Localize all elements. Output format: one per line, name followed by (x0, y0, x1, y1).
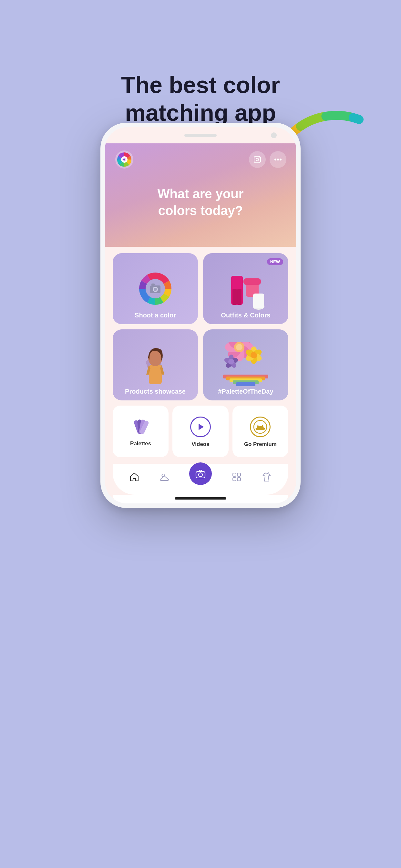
home-bar (175, 497, 226, 500)
premium-label: Go Premium (244, 441, 277, 447)
nav-grid[interactable] (231, 471, 242, 483)
page-tagline: The best color matching app (121, 71, 280, 127)
svg-point-6 (258, 157, 259, 158)
play-button-icon (190, 416, 211, 437)
svg-rect-66 (237, 473, 241, 476)
svg-rect-65 (233, 473, 236, 476)
bottom-cards-row: Palettes Videos (113, 406, 288, 457)
svg-point-60 (259, 426, 261, 428)
svg-point-7 (274, 159, 276, 160)
app-logo (115, 150, 134, 169)
color-wheel-camera-icon (136, 269, 175, 308)
svg-point-38 (236, 344, 243, 350)
videos-card[interactable]: Videos (173, 406, 228, 457)
palettes-label: Palettes (130, 440, 151, 447)
person-illustration (133, 336, 178, 394)
products-showcase-label: Products showcase (125, 388, 186, 395)
premium-card[interactable]: Go Premium (233, 406, 288, 457)
svg-marker-56 (198, 424, 204, 430)
app-header: What are your colors today? (105, 144, 296, 247)
nav-dress[interactable] (261, 471, 272, 483)
flower-palette-illustration (223, 342, 268, 388)
svg-point-9 (280, 159, 281, 160)
svg-point-45 (251, 352, 257, 359)
nav-camera[interactable] (189, 462, 212, 485)
shoot-color-card[interactable]: Shoot a color (113, 253, 198, 324)
new-badge: NEW (267, 258, 283, 265)
notch-circle (271, 132, 277, 138)
svg-point-64 (198, 473, 203, 476)
svg-rect-21 (253, 293, 264, 308)
notch-pill (184, 134, 217, 137)
main-content: Shoot a color NEW (105, 247, 296, 503)
palette-of-day-card[interactable]: #PaletteOfTheDay (203, 330, 288, 400)
more-button[interactable] (270, 151, 286, 168)
svg-rect-68 (237, 477, 241, 481)
outfits-colors-card[interactable]: NEW (203, 253, 288, 324)
svg-point-13 (154, 288, 157, 291)
svg-rect-16 (233, 289, 237, 305)
products-showcase-card[interactable]: Products showcase (113, 330, 198, 400)
svg-rect-67 (233, 477, 236, 481)
svg-rect-17 (237, 289, 242, 305)
palettes-card[interactable]: Palettes (113, 406, 168, 457)
svg-point-3 (123, 159, 125, 160)
phone-notch (105, 127, 296, 144)
svg-point-8 (277, 159, 279, 160)
svg-rect-19 (243, 278, 261, 285)
videos-label: Videos (191, 441, 209, 447)
crown-icon (250, 416, 271, 437)
palette-day-label: #PaletteOfTheDay (218, 388, 273, 395)
header-question: What are your colors today? (115, 179, 286, 219)
nav-hanger[interactable] (159, 471, 170, 483)
svg-rect-4 (254, 156, 260, 163)
instagram-button[interactable] (249, 151, 266, 168)
svg-rect-14 (151, 283, 155, 285)
nav-home[interactable] (129, 471, 140, 483)
header-icon-group (249, 151, 286, 168)
home-indicator (113, 495, 288, 503)
svg-point-5 (256, 158, 258, 161)
outfits-colors-label: Outfits & Colors (221, 312, 270, 319)
svg-point-51 (228, 359, 234, 365)
svg-rect-28 (236, 382, 255, 386)
feature-grid: Shoot a color NEW (113, 253, 288, 400)
bottom-navigation (113, 464, 288, 495)
svg-rect-22 (149, 365, 162, 384)
outfit-illustration (225, 269, 267, 311)
palette-fan-icon (129, 417, 152, 437)
shoot-color-label: Shoot a color (135, 312, 176, 319)
phone-mockup: What are your colors today? (100, 123, 301, 508)
svg-rect-62 (256, 429, 265, 430)
